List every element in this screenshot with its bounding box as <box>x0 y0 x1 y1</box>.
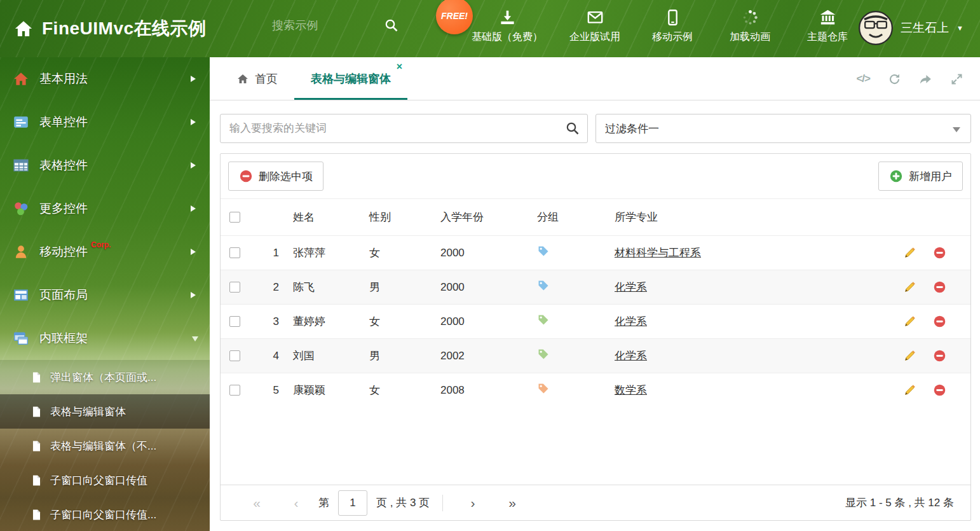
cell-name: 康颖颖 <box>288 373 364 408</box>
delete-button[interactable] <box>933 349 946 362</box>
sidebar-item-grid-controls[interactable]: 表格控件 <box>0 144 210 187</box>
edit-button[interactable] <box>903 246 916 259</box>
tab-grid-edit-window[interactable]: 表格与编辑窗体 × <box>294 57 407 100</box>
sidebar-item-form-controls[interactable]: 表单控件 <box>0 100 210 144</box>
page-count-label: 页 , 共 3 页 <box>376 495 430 510</box>
delete-button[interactable] <box>933 315 946 328</box>
delete-button[interactable] <box>933 246 946 259</box>
sidebar-item-page-layout[interactable]: 页面布局 <box>0 273 210 317</box>
main-content: 首页 表格与编辑窗体 × </> 过滤条件一 <box>210 57 980 531</box>
row-checkbox[interactable] <box>229 350 240 361</box>
tab-home[interactable]: 首页 <box>220 57 294 100</box>
nav-label: 加载动画 <box>730 31 770 44</box>
edit-button[interactable] <box>903 315 916 328</box>
sidebar-subitem-child-to-parent-2[interactable]: 子窗口向父窗口传值... <box>0 497 210 531</box>
file-icon <box>31 440 43 452</box>
sidebar-subitem-label: 子窗口向父窗口传值... <box>50 507 156 522</box>
layout-icon <box>13 287 29 303</box>
page-number-input[interactable] <box>338 490 367 516</box>
file-icon <box>31 509 43 521</box>
sidebar-subitem-label: 表格与编辑窗体（不... <box>50 439 156 453</box>
chevron-right-icon <box>191 205 196 212</box>
keyword-search-input[interactable] <box>220 114 588 143</box>
caret-down-icon: ▼ <box>956 24 963 32</box>
file-icon <box>31 474 43 486</box>
sidebar-subitem-child-to-parent[interactable]: 子窗口向父窗口传值 <box>0 463 210 497</box>
widgets-icon <box>13 200 29 217</box>
major-link[interactable]: 化学系 <box>615 350 647 362</box>
sidebar-subitem-popup-window[interactable]: 弹出窗体（本页面或... <box>0 360 210 394</box>
table-icon <box>13 157 29 174</box>
delete-selected-button[interactable]: 删除选中项 <box>228 162 323 191</box>
brand[interactable]: FineUIMvc在线示例 <box>14 17 207 41</box>
nav-theme-store[interactable]: 主题仓库 <box>802 9 853 44</box>
row-number: 4 <box>252 339 288 373</box>
edit-button[interactable] <box>903 280 916 294</box>
col-year: 入学年份 <box>435 199 532 236</box>
cell-year: 2008 <box>435 373 532 408</box>
fullscreen-icon[interactable] <box>950 72 963 86</box>
sidebar-item-more-controls[interactable]: 更多控件 <box>0 187 210 230</box>
nav-mobile-demo[interactable]: 移动示例 <box>647 9 698 44</box>
last-page-button[interactable]: » <box>493 495 532 511</box>
chevron-right-icon <box>191 292 196 298</box>
nav-basic-edition[interactable]: 基础版（免费） <box>472 9 543 44</box>
next-page-button[interactable]: › <box>453 495 493 511</box>
first-page-button[interactable]: « <box>237 495 276 511</box>
row-checkbox[interactable] <box>229 316 240 327</box>
nav-label: 企业版试用 <box>569 31 620 44</box>
close-icon[interactable]: × <box>397 62 402 72</box>
major-link[interactable]: 化学系 <box>615 281 647 293</box>
search-icon[interactable] <box>384 18 399 33</box>
record-summary: 显示 1 - 5 条 , 共 12 条 <box>845 495 954 510</box>
grid-panel: 删除选中项 新增用户 姓名 性别 入学年份 分组 <box>220 153 971 521</box>
delete-button[interactable] <box>933 280 946 294</box>
edit-button[interactable] <box>903 349 916 362</box>
refresh-icon[interactable] <box>888 72 901 86</box>
select-all-checkbox[interactable] <box>229 212 240 223</box>
app-title: FineUIMvc在线示例 <box>42 17 207 41</box>
row-checkbox[interactable] <box>229 282 240 293</box>
row-number: 2 <box>252 270 288 305</box>
header-search[interactable] <box>272 18 399 33</box>
row-number: 1 <box>252 236 288 270</box>
filter-dropdown[interactable]: 过滤条件一 <box>595 114 971 143</box>
mail-icon <box>587 9 604 26</box>
chevron-down-icon <box>192 336 198 341</box>
grid-empty-area <box>221 407 970 485</box>
sidebar-subitem-label: 弹出窗体（本页面或... <box>50 370 156 385</box>
sidebar-item-basic-usage[interactable]: 基本用法 <box>0 57 210 100</box>
header-search-input[interactable] <box>272 19 367 32</box>
sidebar: 基本用法 表单控件 表格控件 更多控件 移动控件 Corp. 页面布局 <box>0 57 210 531</box>
row-checkbox[interactable] <box>229 247 240 258</box>
delete-button[interactable] <box>933 383 946 397</box>
add-user-button[interactable]: 新增用户 <box>878 162 963 191</box>
sidebar-item-inline-frame[interactable]: 内联框架 <box>0 317 210 360</box>
row-checkbox[interactable] <box>229 385 240 396</box>
edit-button[interactable] <box>903 383 916 397</box>
sidebar-subitem-grid-edit-window-no[interactable]: 表格与编辑窗体（不... <box>0 429 210 463</box>
prev-page-button[interactable]: ‹ <box>276 495 316 511</box>
sidebar-item-mobile-controls[interactable]: 移动控件 Corp. <box>0 230 210 273</box>
home-icon <box>14 19 33 38</box>
search-icon[interactable] <box>565 121 580 136</box>
source-code-icon[interactable]: </> <box>856 72 870 85</box>
nav-loading-animations[interactable]: 加载动画 <box>725 9 775 44</box>
chevron-right-icon <box>191 119 196 125</box>
sidebar-item-label: 更多控件 <box>39 200 88 217</box>
tag-icon <box>537 314 550 326</box>
major-link[interactable]: 化学系 <box>615 315 647 328</box>
sidebar-subitem-label: 表格与编辑窗体 <box>50 404 126 419</box>
minus-circle-icon <box>239 169 253 183</box>
nav-enterprise-trial[interactable]: 企业版试用 <box>569 9 620 44</box>
iframe-icon <box>13 330 29 347</box>
tab-label: 首页 <box>255 71 278 86</box>
user-menu[interactable]: 三生石上 ▼ <box>859 11 963 45</box>
sidebar-subitem-grid-edit-window[interactable]: 表格与编辑窗体 <box>0 394 210 429</box>
home-icon <box>13 71 29 87</box>
button-label: 新增用户 <box>909 169 952 184</box>
major-link[interactable]: 数学系 <box>615 384 647 396</box>
share-icon[interactable] <box>919 72 932 86</box>
file-icon <box>31 406 43 418</box>
major-link[interactable]: 材料科学与工程系 <box>615 247 701 259</box>
